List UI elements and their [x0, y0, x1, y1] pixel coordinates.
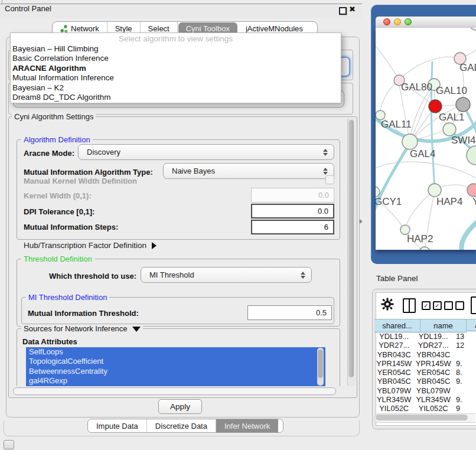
checkbox-unchecked-icon: [444, 301, 453, 310]
cell: 9.: [453, 395, 476, 404]
checkbox-checked-icon: ✓: [433, 301, 442, 310]
network-canvas[interactable]: GAL GAL80 GAL10 GAL11 GAL1 SWI4 GAL4 GCY…: [376, 28, 476, 250]
checkbox-checked-icon: ✓: [422, 301, 431, 310]
algorithm-dropdown-popup: Select algorithm to view settings Bayesi…: [10, 32, 341, 103]
apply-button[interactable]: Apply: [158, 399, 202, 414]
sources-title[interactable]: Sources for Network Inference: [21, 324, 143, 333]
node-gal1[interactable]: [443, 123, 456, 136]
table-horizontal-scrollbar-thumb[interactable]: [376, 415, 468, 420]
algorithm-option[interactable]: Mutual Information Inference: [11, 73, 341, 83]
attribute-item[interactable]: gal4RGexp: [26, 376, 325, 386]
tab-infer-network[interactable]: Infer Network: [216, 419, 278, 432]
algorithm-option-selected[interactable]: ARACNE Algorithm: [11, 64, 341, 73]
node-gal10-red[interactable]: [429, 100, 442, 113]
kernel-width-field[interactable]: 0.0: [251, 188, 334, 203]
algorithm-option[interactable]: Basic Correlation Inference: [11, 54, 341, 63]
node-label: GAL1: [439, 112, 464, 123]
table-row[interactable]: YDL19...YDL19...13: [374, 332, 476, 341]
column-header-name[interactable]: name: [420, 319, 467, 332]
tab-impute-data[interactable]: Impute Data: [88, 419, 147, 432]
attribute-item[interactable]: TopologicalCoefficient: [26, 357, 325, 366]
mi-type-value: Naive Bayes: [172, 167, 215, 175]
column-header-partial[interactable]: A: [467, 319, 476, 331]
table-row[interactable]: YBL079WYBL079W: [374, 386, 476, 395]
show-columns-icon[interactable]: [403, 298, 416, 313]
data-attributes-list: SelfLoops TopologicalCoefficient Between…: [26, 347, 325, 386]
node-y-pink[interactable]: [467, 184, 476, 197]
column-header-shared-name[interactable]: shared...: [374, 319, 420, 332]
cell: YLR345W: [374, 395, 413, 404]
deselect-all-checkboxes-icon[interactable]: [444, 301, 464, 310]
cell: YDR27...: [413, 341, 452, 350]
attribute-item[interactable]: BetweennessCentrality: [26, 367, 325, 376]
settings-horizontal-scrollbar-thumb[interactable]: [13, 387, 336, 395]
settings-group-title: Cyni Algorithm Settings: [12, 112, 96, 121]
table-row[interactable]: YIL052CYIL052C9: [374, 404, 476, 413]
aracne-mode-value: Discovery: [87, 148, 120, 156]
manual-kernel-checkbox[interactable]: [325, 175, 334, 184]
table-row[interactable]: YBR043CYBR043C: [374, 350, 476, 359]
network-window-titlebar[interactable]: [376, 17, 476, 28]
which-threshold-combobox[interactable]: MI Threshold: [141, 267, 312, 283]
select-all-checkboxes-icon[interactable]: ✓ ✓: [422, 301, 442, 310]
algorithm-option[interactable]: Bayesian – Hill Climbing: [11, 44, 341, 54]
panel-title: Control Panel: [5, 4, 51, 13]
collapsed-panel-button[interactable]: [4, 440, 14, 449]
aracne-mode-combobox[interactable]: Discovery: [78, 144, 334, 160]
node-right-green[interactable]: [467, 146, 476, 165]
cell: 8.: [453, 368, 476, 377]
mi-type-combobox[interactable]: Naive Bayes: [163, 163, 334, 179]
node-partial-bottom[interactable]: [419, 247, 430, 250]
cell: 9.: [453, 377, 476, 386]
gear-icon[interactable]: [381, 298, 394, 311]
close-traffic-light-icon[interactable]: [383, 18, 390, 25]
mi-steps-field[interactable]: 6: [251, 220, 334, 234]
table-row[interactable]: YLR345WYLR345W9.: [374, 395, 476, 404]
mi-threshold-field[interactable]: 0.5: [247, 305, 332, 320]
node-label: HAP2: [407, 233, 433, 244]
algorithm-option[interactable]: Dream8 DC_TDC Algorithm: [11, 93, 341, 102]
app-window: Control Panel ✖ Network Style Select Cyn…: [0, 0, 476, 450]
table-row[interactable]: YBR045CYBR045C9.: [374, 377, 476, 386]
mi-threshold-label: Mutual Information Threshold:: [28, 309, 139, 318]
zoom-traffic-light-icon[interactable]: [405, 18, 412, 25]
node-label: SWI4: [451, 135, 476, 146]
cell: YLR345W: [413, 395, 452, 404]
stepper-arrows-icon: [323, 168, 328, 175]
document-icon[interactable]: [471, 296, 476, 314]
close-icon[interactable]: ✖: [349, 5, 356, 14]
table-row[interactable]: YPR145WYPR145W9.: [374, 359, 476, 368]
cell: YBR045C: [413, 377, 452, 386]
settings-vertical-scrollbar-thumb[interactable]: [348, 120, 354, 377]
node-hap4[interactable]: [428, 184, 441, 197]
cell: 12: [453, 341, 476, 350]
checkbox-unchecked-icon: [455, 301, 464, 310]
table-row[interactable]: YER054CYER054C8.: [374, 368, 476, 377]
float-window-icon[interactable]: [339, 7, 347, 15]
dpi-tolerance-label: DPI Tolerance [0,1]:: [24, 207, 94, 216]
which-threshold-label: Which threshold to use:: [49, 272, 136, 281]
splitpane-collapse-arrow[interactable]: [360, 219, 363, 224]
mi-steps-label: Mutual Information Steps:: [24, 223, 118, 231]
stepper-arrows-icon: [323, 149, 328, 156]
collapse-down-icon: [132, 327, 141, 332]
node-gray[interactable]: [456, 97, 470, 112]
algorithm-definition-title: Algorithm Definition: [21, 135, 93, 144]
hub-section-toggle[interactable]: Hub/Transcription Factor Definition: [24, 241, 157, 250]
attribute-list-scrollbar-thumb[interactable]: [318, 350, 323, 378]
node-label: Y: [472, 196, 476, 207]
node-partial-top[interactable]: [470, 28, 476, 30]
attribute-item[interactable]: SelfLoops: [26, 347, 325, 357]
cell: 13: [453, 332, 476, 341]
minimize-traffic-light-icon[interactable]: [394, 18, 401, 25]
node-label: GAL4: [410, 148, 435, 159]
table-row[interactable]: YDR27...YDR27...12: [374, 341, 476, 350]
network-node-labels: GAL GAL80 GAL10 GAL11 GAL1 SWI4 GAL4 GCY…: [376, 62, 476, 244]
tab-label: Cyni Toolbox: [186, 24, 230, 33]
node-gal4[interactable]: [402, 134, 418, 149]
algorithm-option[interactable]: Bayesian – K2: [11, 83, 341, 93]
cell: YBR045C: [374, 377, 413, 386]
tab-discretize-data[interactable]: Discretize Data: [147, 419, 216, 432]
control-panel-titlebar: [0, 4, 362, 18]
dpi-tolerance-field[interactable]: 0.0: [251, 204, 334, 219]
